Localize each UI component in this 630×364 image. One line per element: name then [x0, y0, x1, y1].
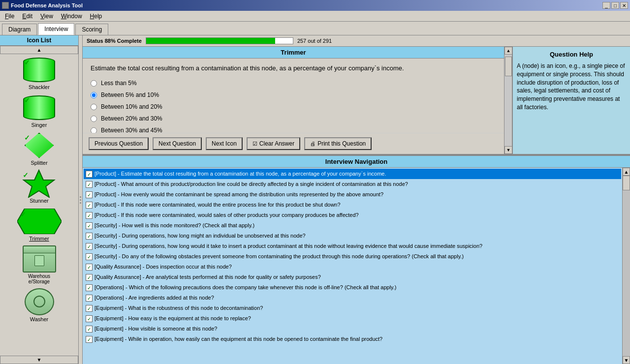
close-button[interactable]: ✕: [620, 2, 628, 9]
node-washer[interactable]: Washer: [20, 288, 59, 322]
app-icon: [2, 2, 9, 9]
option-5[interactable]: Between 30% and 45%: [91, 127, 496, 133]
nav-checkbox-0: ✓: [86, 171, 93, 178]
nav-scroll-up-btn[interactable]: ▲: [623, 168, 630, 176]
q-scroll-thumb[interactable]: [505, 57, 512, 76]
nav-item-12[interactable]: ✓[Operations] - Are ingredients added at…: [84, 293, 621, 303]
washer-shape: [25, 288, 54, 315]
singer-label: Singer: [32, 122, 47, 128]
warehouse-shape: [23, 245, 56, 273]
radio-option-1[interactable]: [91, 80, 97, 87]
nav-item-5[interactable]: ✓[Security] - How well is this node moni…: [84, 220, 621, 231]
menu-help[interactable]: Help: [86, 12, 106, 21]
nav-item-text-11: [Operations] - Which of the following pr…: [94, 284, 396, 291]
node-splitter[interactable]: ✓ Splitter: [20, 132, 59, 166]
nav-item-9[interactable]: ✓[Quality Assurance] - Does inspection o…: [84, 262, 621, 272]
nav-item-2[interactable]: ✓[Product] - How evenly would the contam…: [84, 189, 621, 200]
nav-item-10[interactable]: ✓[Quality Assurance] - Are analytical te…: [84, 272, 621, 282]
menu-edit[interactable]: Edit: [18, 12, 36, 21]
title-bar: Food Defense Analysis Tool _ □ ✕: [0, 0, 630, 11]
warehouse-label: Warehouse/Storage: [28, 273, 50, 284]
nav-item-text-5: [Security] - How well is this node monit…: [94, 222, 254, 229]
clear-answer-button[interactable]: ☑ Clear Answer: [247, 137, 300, 150]
nav-item-0[interactable]: ✓[Product] - Estimate the total cost res…: [84, 169, 621, 179]
radio-option-3[interactable]: [91, 104, 97, 110]
sidebar-resize-handle[interactable]: [79, 35, 83, 364]
status-count: 257 out of 291: [297, 38, 332, 44]
node-shackler[interactable]: ✓ Shackler: [20, 56, 59, 90]
nav-checkbox-6: ✓: [86, 233, 93, 240]
question-header: Trimmer: [83, 47, 504, 59]
nav-item-text-8: [Security] - Do any of the following obs…: [94, 253, 464, 260]
sidebar-scroll-down[interactable]: ▼: [0, 356, 78, 364]
sidebar-scroll-up[interactable]: ▲: [0, 46, 78, 54]
q-scroll-down-btn[interactable]: ▼: [504, 146, 512, 154]
menu-file[interactable]: File: [1, 12, 18, 21]
nav-item-text-14: [Equipment] - How easy is the equipment …: [94, 315, 251, 322]
tab-bar: Diagram Interview Scoring: [0, 22, 630, 35]
nav-item-15[interactable]: ✓[Equipment] - How visible is someone at…: [84, 324, 621, 334]
nav-scroll-track: [623, 176, 630, 356]
radio-option-2[interactable]: [91, 92, 97, 98]
next-icon-button[interactable]: Next Icon: [206, 137, 243, 150]
stunner-label: Stunner: [30, 198, 49, 204]
nav-item-16[interactable]: ✓[Equipment] - While in operation, how e…: [84, 334, 621, 344]
option-2[interactable]: Between 5% and 10%: [91, 91, 496, 98]
tab-diagram[interactable]: Diagram: [2, 24, 37, 35]
nav-checkbox-9: ✓: [86, 264, 93, 271]
nav-item-text-3: [Product] - If this node were contaminat…: [94, 201, 341, 208]
title-bar-text: Food Defense Analysis Tool: [2, 2, 83, 9]
node-warehouse[interactable]: Warehouse/Storage: [20, 245, 59, 284]
nav-list-container: ✓[Product] - Estimate the total cost res…: [83, 168, 630, 364]
nav-item-text-2: [Product] - How evenly would the contami…: [94, 191, 383, 198]
nav-item-7[interactable]: ✓[Security] - During operations, how lon…: [84, 241, 621, 251]
node-stunner[interactable]: ✓ Stunner: [20, 170, 59, 204]
nav-item-11[interactable]: ✓[Operations] - Which of the following p…: [84, 282, 621, 293]
sidebar: Icon List ▲ ✓ Shackler: [0, 35, 79, 364]
nav-checkbox-1: ✓: [86, 181, 93, 188]
question-scrollbar: ▲ ▼: [504, 47, 512, 154]
nav-item-4[interactable]: ✓[Product] - If this node were contamina…: [84, 210, 621, 220]
nav-checkbox-5: ✓: [86, 222, 93, 229]
nav-item-14[interactable]: ✓[Equipment] - How easy is the equipment…: [84, 313, 621, 324]
nav-item-8[interactable]: ✓[Security] - Do any of the following ob…: [84, 251, 621, 262]
maximize-button[interactable]: □: [611, 2, 619, 9]
option-4[interactable]: Between 20% and 30%: [91, 115, 496, 122]
option-3[interactable]: Between 10% and 20%: [91, 103, 496, 110]
nav-item-13[interactable]: ✓[Equipment] - What is the robustness of…: [84, 303, 621, 313]
print-label: Print this Question: [317, 140, 366, 147]
title-bar-buttons: _ □ ✕: [602, 2, 628, 9]
nav-item-6[interactable]: ✓[Security] - During operations, how lon…: [84, 231, 621, 241]
node-trimmer[interactable]: ✓ Trimmer: [17, 208, 62, 242]
minimize-button[interactable]: _: [602, 2, 610, 9]
radio-option-5[interactable]: [91, 127, 97, 133]
nav-checkbox-13: ✓: [86, 305, 93, 312]
nav-scroll-down-btn[interactable]: ▼: [623, 356, 630, 364]
nav-scrollbar: ▲ ▼: [622, 168, 630, 364]
option-5-label: Between 30% and 45%: [101, 127, 162, 133]
nav-scroll-thumb[interactable]: [623, 176, 630, 190]
shackler-label: Shackler: [29, 84, 50, 90]
option-4-label: Between 20% and 30%: [101, 115, 162, 122]
sidebar-nodes: ✓ Shackler ✓ Singer: [0, 54, 78, 324]
tab-interview[interactable]: Interview: [38, 23, 74, 35]
question-content: Estimate the total cost resulting from a…: [83, 59, 504, 133]
print-question-button[interactable]: 🖨 Print this Question: [304, 137, 372, 150]
nav-item-text-12: [Operations] - Are ingredients added at …: [94, 294, 214, 301]
menu-window[interactable]: Window: [57, 12, 86, 21]
next-question-button[interactable]: Next Question: [153, 137, 202, 150]
option-1[interactable]: Less than 5%: [91, 80, 496, 87]
q-scroll-up-btn[interactable]: ▲: [504, 47, 512, 55]
nav-item-3[interactable]: ✓[Product] - If this node were contamina…: [84, 200, 621, 210]
tab-scoring[interactable]: Scoring: [75, 24, 108, 35]
question-text: Estimate the total cost resulting from a…: [91, 64, 496, 72]
node-singer[interactable]: ✓ Singer: [20, 94, 59, 128]
nav-item-1[interactable]: ✓[Product] - What amount of this product…: [84, 179, 621, 189]
question-help-text: A (node) is an icon, e.g., a single piec…: [517, 62, 626, 112]
previous-question-button[interactable]: Previous Question: [89, 137, 149, 150]
menu-view[interactable]: View: [36, 12, 57, 21]
nav-checkbox-2: ✓: [86, 191, 93, 198]
nav-panel: Interview Navigation ✓[Product] - Estima…: [83, 155, 630, 364]
option-1-label: Less than 5%: [101, 80, 137, 87]
radio-option-4[interactable]: [91, 116, 97, 122]
